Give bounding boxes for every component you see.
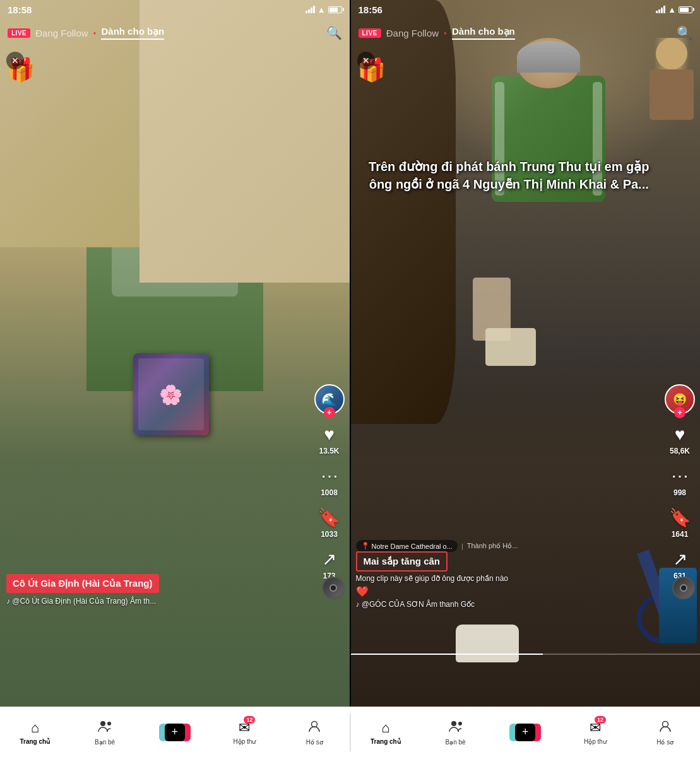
svg-point-0: [100, 721, 105, 726]
location-tag-right[interactable]: 📍 Notre Dame Cathedral o...: [356, 540, 458, 552]
follow-plus-badge-left: +: [324, 407, 335, 418]
nav-bar-left: LIVE Đang Follow ● Dành cho bạn 🔍: [0, 19, 350, 47]
avatar-button-right[interactable]: 😝 +: [665, 384, 695, 414]
progress-bar-right[interactable]: [351, 654, 701, 655]
follow-plus-badge-right: +: [674, 407, 685, 418]
progress-fill-right: [351, 654, 543, 655]
status-icons-right: ▲: [656, 5, 692, 15]
nav-item-home-left[interactable]: ⌂ Trang chủ: [0, 720, 70, 745]
nav-item-inbox-right[interactable]: ✉ 12 Hộp thư: [561, 720, 631, 745]
profile-label-right: Hồ sơ: [656, 739, 673, 746]
battery-icon-right: [679, 6, 692, 13]
likes-count-left: 13.5K: [319, 447, 339, 455]
nav-bar-right: LIVE Đang Follow ● Dành cho bạn 🔍: [351, 19, 701, 47]
avatar-button-left[interactable]: 🌊 +: [314, 384, 345, 414]
nav-item-profile-left[interactable]: Hồ sơ: [280, 719, 350, 746]
nav-item-friends-right[interactable]: Bạn bè: [420, 719, 490, 746]
home-label-right: Trang chủ: [371, 738, 401, 745]
nav-tab-foryou-right[interactable]: Dành cho bạn: [452, 26, 515, 40]
bookmark-count-right: 1641: [672, 530, 689, 539]
friends-label-right: Bạn bè: [446, 739, 466, 746]
caption-sub-right: Mong clip này sẽ giúp đỡ ông được phần n…: [356, 574, 663, 583]
video-title-box-left: Cô Út Gia Định (Hài Của Trang): [6, 574, 159, 593]
person-upper-right: [646, 38, 697, 132]
screen-divider: [350, 0, 351, 707]
svg-point-1: [107, 722, 111, 725]
nav-tab-foryou-left[interactable]: Dành cho bạn: [101, 26, 164, 40]
nav-tab-following-right[interactable]: Đang Follow: [386, 28, 439, 38]
inbox-badge-count-left: 12: [244, 716, 255, 724]
profile-label-left: Hồ sơ: [306, 739, 323, 746]
share-button-left[interactable]: ↗ 173: [322, 549, 336, 580]
sound-info-left: ♪ @Cô Út Gia Định (Hài Của Trang) Âm th.…: [6, 597, 312, 606]
video-overlay-text-right: Trên đường đi phát bánh Trung Thu tụi em…: [356, 158, 663, 193]
inbox-icon-right: ✉ 12: [590, 720, 601, 736]
nav-item-friends-left[interactable]: Bạn bè: [70, 719, 140, 746]
comments-button-right[interactable]: ⋯ 998: [671, 466, 689, 497]
comments-button-left[interactable]: ⋯ 1008: [321, 466, 338, 497]
signal-icon-right: [656, 6, 665, 13]
inbox-badge-count-right: 12: [595, 716, 606, 724]
inbox-icon-left: ✉ 12: [239, 720, 250, 736]
location-city-right: Thành phố Hồ...: [467, 542, 518, 550]
nav-tab-following-left[interactable]: Đang Follow: [35, 28, 88, 38]
inbox-label-right: Hộp thư: [584, 738, 607, 745]
live-badge-right[interactable]: LIVE: [359, 28, 381, 38]
friends-icon-left: [97, 719, 112, 737]
add-button-left[interactable]: +: [162, 724, 188, 741]
right-screen: 🎁 18:56 ▲ LIVE Đang Follow: [351, 0, 701, 707]
live-badge-left[interactable]: LIVE: [8, 28, 30, 38]
person-right: [473, 76, 624, 391]
location-row-right: 📍 Notre Dame Cathedral o... | Thành phố …: [356, 540, 663, 552]
nav-item-profile-right[interactable]: Hồ sơ: [630, 719, 700, 746]
search-button-left[interactable]: 🔍: [326, 25, 342, 40]
home-icon-right: ⌂: [381, 720, 389, 736]
likes-count-right: 58,6K: [670, 447, 690, 455]
heart-emoji-right: ❤️: [356, 585, 663, 597]
svg-point-3: [451, 721, 456, 726]
likes-button-right[interactable]: ♥ 58,6K: [670, 425, 690, 455]
likes-button-left[interactable]: ♥ 13.5K: [319, 425, 339, 455]
share-button-right[interactable]: ↗ 631: [673, 549, 687, 580]
white-bag-right: [456, 625, 519, 662]
nav-left-left: LIVE Đang Follow ● Dành cho bạn: [8, 26, 164, 40]
svg-point-5: [662, 721, 668, 727]
nav-item-add-left[interactable]: +: [139, 724, 210, 741]
sound-disc-right: [672, 577, 695, 599]
status-bar-right: 18:56 ▲: [351, 0, 701, 19]
action-buttons-left: 🌊 + ♥ 13.5K ⋯ 1008 🔖 1033 ↗ 173: [314, 384, 345, 580]
comments-count-right: 998: [673, 488, 686, 497]
bottom-navigation: ⌂ Trang chủ Bạn bè + ✉ 12 Hộp thư: [0, 707, 700, 757]
wifi-icon-left: ▲: [317, 5, 326, 15]
held-item-left: 🌸: [133, 353, 209, 435]
nav-dot-right: ●: [444, 30, 447, 36]
status-bar-left: 18:58 ▲: [0, 0, 350, 19]
bookmark-icon-left: 🔖: [318, 507, 340, 528]
wifi-icon-right: ▲: [668, 5, 676, 15]
comment-icon-right: ⋯: [671, 466, 689, 486]
add-button-right[interactable]: +: [512, 724, 538, 741]
nav-item-inbox-left[interactable]: ✉ 12 Hộp thư: [210, 720, 280, 745]
bookmark-button-right[interactable]: 🔖 1641: [669, 507, 691, 539]
heart-icon-right: ♥: [675, 425, 685, 445]
search-button-right[interactable]: 🔍: [677, 25, 692, 40]
item-decoration: 🌸: [138, 358, 204, 430]
comments-count-left: 1008: [321, 488, 338, 497]
close-button-right[interactable]: ✕: [357, 52, 375, 69]
close-button-left[interactable]: ✕: [6, 52, 24, 69]
bookmark-button-left[interactable]: 🔖 1033: [318, 507, 340, 539]
caption-title-box-right: Mai sắp tăng cân: [356, 551, 448, 572]
location-name-right: Notre Dame Cathedral o...: [372, 543, 453, 550]
nav-dot-left: ●: [93, 30, 97, 36]
location-divider-right: |: [461, 543, 463, 550]
nav-item-home-right[interactable]: ⌂ Trang chủ: [351, 720, 421, 745]
profile-icon-right: [658, 719, 672, 737]
video-caption-right: Mai sắp tăng cân Mong clip này sẽ giúp đ…: [356, 551, 663, 609]
nav-left-right: LIVE Đang Follow ● Dành cho bạn: [359, 26, 515, 40]
home-icon-left: ⌂: [31, 720, 39, 736]
bookmark-count-left: 1033: [321, 530, 338, 539]
inbox-label-left: Hộp thư: [234, 738, 256, 745]
home-label-left: Trang chủ: [20, 738, 50, 745]
nav-item-add-right[interactable]: +: [490, 724, 561, 741]
share-icon-right: ↗: [673, 549, 687, 570]
